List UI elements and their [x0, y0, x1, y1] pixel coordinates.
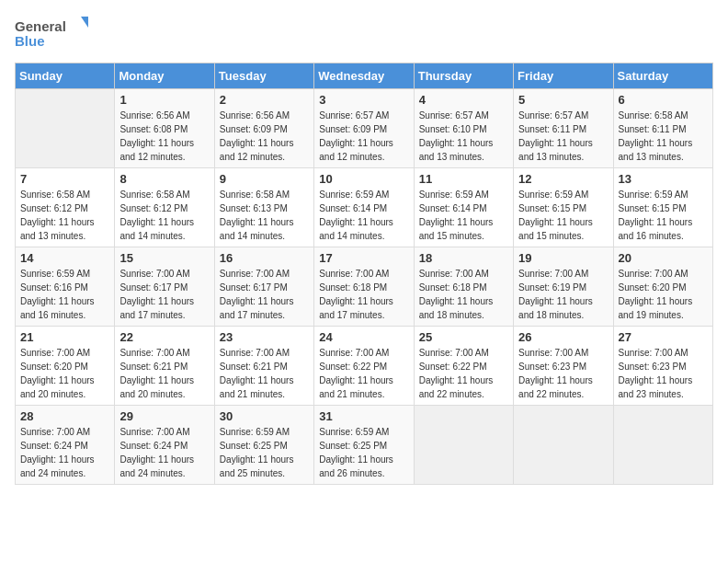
calendar-week-2: 7Sunrise: 6:58 AMSunset: 6:12 PMDaylight…: [16, 168, 713, 247]
day-info: Sunrise: 7:00 AMSunset: 6:21 PMDaylight:…: [220, 346, 309, 401]
header-saturday: Saturday: [613, 63, 712, 89]
day-number: 26: [518, 330, 608, 344]
calendar-cell: 28Sunrise: 7:00 AMSunset: 6:24 PMDayligh…: [16, 406, 115, 485]
day-info: Sunrise: 6:56 AMSunset: 6:08 PMDaylight:…: [119, 109, 209, 164]
header-thursday: Thursday: [414, 63, 513, 89]
day-info: Sunrise: 7:00 AMSunset: 6:24 PMDaylight:…: [20, 425, 109, 480]
calendar-cell: 4Sunrise: 6:57 AMSunset: 6:10 PMDaylight…: [414, 89, 513, 168]
day-info: Sunrise: 6:59 AMSunset: 6:14 PMDaylight:…: [319, 188, 408, 243]
day-info: Sunrise: 7:00 AMSunset: 6:22 PMDaylight:…: [319, 346, 408, 401]
calendar-cell: 16Sunrise: 7:00 AMSunset: 6:17 PMDayligh…: [214, 247, 313, 327]
header-wednesday: Wednesday: [314, 63, 414, 89]
day-info: Sunrise: 7:00 AMSunset: 6:24 PMDaylight:…: [119, 425, 209, 480]
calendar-cell: 26Sunrise: 7:00 AMSunset: 6:23 PMDayligh…: [514, 327, 613, 406]
calendar-cell: 14Sunrise: 6:59 AMSunset: 6:16 PMDayligh…: [16, 247, 115, 327]
day-info: Sunrise: 7:00 AMSunset: 6:22 PMDaylight:…: [419, 346, 508, 401]
day-number: 19: [518, 251, 608, 265]
calendar-cell: 6Sunrise: 6:58 AMSunset: 6:11 PMDaylight…: [613, 89, 712, 168]
day-number: 4: [419, 93, 508, 107]
calendar-cell: 3Sunrise: 6:57 AMSunset: 6:09 PMDaylight…: [314, 89, 414, 168]
calendar-cell: [613, 406, 712, 485]
day-number: 25: [419, 330, 508, 344]
calendar-cell: 19Sunrise: 7:00 AMSunset: 6:19 PMDayligh…: [514, 247, 613, 327]
calendar-cell: 12Sunrise: 6:59 AMSunset: 6:15 PMDayligh…: [514, 168, 613, 247]
calendar-week-1: 1Sunrise: 6:56 AMSunset: 6:08 PMDaylight…: [16, 89, 713, 168]
day-number: 7: [20, 172, 109, 186]
calendar-cell: [16, 89, 115, 168]
day-number: 31: [319, 409, 408, 423]
calendar-cell: [414, 406, 513, 485]
day-number: 16: [220, 251, 309, 265]
day-info: Sunrise: 6:58 AMSunset: 6:12 PMDaylight:…: [20, 188, 109, 243]
logo-svg: General Blue: [15, 15, 88, 52]
calendar-cell: 24Sunrise: 7:00 AMSunset: 6:22 PMDayligh…: [314, 327, 414, 406]
header-tuesday: Tuesday: [214, 63, 313, 89]
day-number: 8: [119, 172, 209, 186]
day-info: Sunrise: 7:00 AMSunset: 6:23 PMDaylight:…: [518, 346, 608, 401]
day-info: Sunrise: 7:00 AMSunset: 6:23 PMDaylight:…: [619, 346, 708, 401]
day-number: 1: [119, 93, 209, 107]
calendar-cell: [514, 406, 613, 485]
day-info: Sunrise: 6:58 AMSunset: 6:11 PMDaylight:…: [619, 109, 708, 164]
day-info: Sunrise: 6:57 AMSunset: 6:10 PMDaylight:…: [419, 109, 508, 164]
calendar-cell: 29Sunrise: 7:00 AMSunset: 6:24 PMDayligh…: [115, 406, 214, 485]
svg-text:General: General: [15, 18, 66, 34]
day-number: 9: [220, 172, 309, 186]
day-info: Sunrise: 6:59 AMSunset: 6:25 PMDaylight:…: [319, 425, 408, 480]
calendar-cell: 20Sunrise: 7:00 AMSunset: 6:20 PMDayligh…: [613, 247, 712, 327]
calendar-cell: 15Sunrise: 7:00 AMSunset: 6:17 PMDayligh…: [115, 247, 214, 327]
day-number: 3: [319, 93, 408, 107]
calendar-cell: 30Sunrise: 6:59 AMSunset: 6:25 PMDayligh…: [214, 406, 313, 485]
header: General Blue: [15, 15, 713, 52]
day-info: Sunrise: 6:59 AMSunset: 6:25 PMDaylight:…: [220, 425, 309, 480]
day-number: 10: [319, 172, 408, 186]
calendar-cell: 13Sunrise: 6:59 AMSunset: 6:15 PMDayligh…: [613, 168, 712, 247]
day-number: 18: [419, 251, 508, 265]
calendar-cell: 1Sunrise: 6:56 AMSunset: 6:08 PMDaylight…: [115, 89, 214, 168]
day-info: Sunrise: 6:59 AMSunset: 6:15 PMDaylight:…: [518, 188, 608, 243]
day-number: 14: [20, 251, 109, 265]
day-number: 6: [619, 93, 708, 107]
day-info: Sunrise: 7:00 AMSunset: 6:17 PMDaylight:…: [119, 267, 209, 322]
header-monday: Monday: [115, 63, 214, 89]
calendar-header-row: SundayMondayTuesdayWednesdayThursdayFrid…: [16, 63, 713, 89]
day-info: Sunrise: 7:00 AMSunset: 6:20 PMDaylight:…: [20, 346, 109, 401]
day-info: Sunrise: 6:57 AMSunset: 6:11 PMDaylight:…: [518, 109, 608, 164]
calendar-cell: 27Sunrise: 7:00 AMSunset: 6:23 PMDayligh…: [613, 327, 712, 406]
day-info: Sunrise: 6:56 AMSunset: 6:09 PMDaylight:…: [220, 109, 309, 164]
day-number: 28: [20, 409, 109, 423]
calendar-week-4: 21Sunrise: 7:00 AMSunset: 6:20 PMDayligh…: [16, 327, 713, 406]
svg-text:Blue: Blue: [15, 33, 45, 49]
calendar-cell: 10Sunrise: 6:59 AMSunset: 6:14 PMDayligh…: [314, 168, 414, 247]
calendar-cell: 9Sunrise: 6:58 AMSunset: 6:13 PMDaylight…: [214, 168, 313, 247]
calendar-week-3: 14Sunrise: 6:59 AMSunset: 6:16 PMDayligh…: [16, 247, 713, 327]
calendar-cell: 23Sunrise: 7:00 AMSunset: 6:21 PMDayligh…: [214, 327, 313, 406]
calendar-cell: 2Sunrise: 6:56 AMSunset: 6:09 PMDaylight…: [214, 89, 313, 168]
day-number: 20: [619, 251, 708, 265]
svg-marker-2: [81, 17, 88, 28]
day-info: Sunrise: 6:58 AMSunset: 6:13 PMDaylight:…: [220, 188, 309, 243]
calendar-cell: 21Sunrise: 7:00 AMSunset: 6:20 PMDayligh…: [16, 327, 115, 406]
day-info: Sunrise: 7:00 AMSunset: 6:18 PMDaylight:…: [319, 267, 408, 322]
calendar-cell: 8Sunrise: 6:58 AMSunset: 6:12 PMDaylight…: [115, 168, 214, 247]
day-info: Sunrise: 6:58 AMSunset: 6:12 PMDaylight:…: [119, 188, 209, 243]
day-number: 30: [220, 409, 309, 423]
calendar-cell: 22Sunrise: 7:00 AMSunset: 6:21 PMDayligh…: [115, 327, 214, 406]
day-number: 13: [619, 172, 708, 186]
day-number: 21: [20, 330, 109, 344]
header-friday: Friday: [514, 63, 613, 89]
calendar-cell: 17Sunrise: 7:00 AMSunset: 6:18 PMDayligh…: [314, 247, 414, 327]
day-number: 27: [619, 330, 708, 344]
day-number: 22: [119, 330, 209, 344]
calendar-cell: 5Sunrise: 6:57 AMSunset: 6:11 PMDaylight…: [514, 89, 613, 168]
calendar-week-5: 28Sunrise: 7:00 AMSunset: 6:24 PMDayligh…: [16, 406, 713, 485]
calendar-cell: 31Sunrise: 6:59 AMSunset: 6:25 PMDayligh…: [314, 406, 414, 485]
calendar-cell: 18Sunrise: 7:00 AMSunset: 6:18 PMDayligh…: [414, 247, 513, 327]
day-info: Sunrise: 6:59 AMSunset: 6:14 PMDaylight:…: [419, 188, 508, 243]
day-info: Sunrise: 7:00 AMSunset: 6:19 PMDaylight:…: [518, 267, 608, 322]
day-info: Sunrise: 7:00 AMSunset: 6:20 PMDaylight:…: [619, 267, 708, 322]
day-info: Sunrise: 6:57 AMSunset: 6:09 PMDaylight:…: [319, 109, 408, 164]
calendar-table: SundayMondayTuesdayWednesdayThursdayFrid…: [15, 63, 713, 485]
day-number: 29: [119, 409, 209, 423]
calendar-cell: 11Sunrise: 6:59 AMSunset: 6:14 PMDayligh…: [414, 168, 513, 247]
